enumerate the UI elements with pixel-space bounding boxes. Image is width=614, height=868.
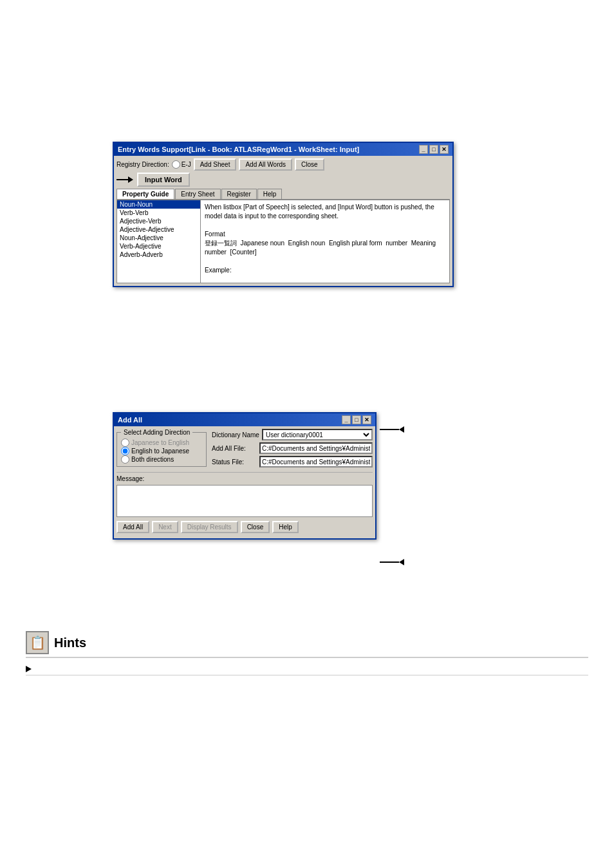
- addall-close-button-bottom[interactable]: Close: [241, 521, 270, 533]
- content-area: Noun-Noun Verb-Verb Adjective-Verb Adjec…: [116, 200, 450, 283]
- addall-maximize-btn[interactable]: □: [352, 415, 361, 424]
- arrow-annotation-1: [380, 426, 404, 433]
- guide-format-label: Format: [205, 230, 445, 239]
- listbox-item-adj-verb[interactable]: Adjective-Verb: [117, 217, 200, 225]
- addall-close-btn[interactable]: ✕: [362, 415, 371, 424]
- guide-example-label: Example:: [205, 266, 445, 275]
- add-all-dialog: Add All _ □ ✕ Select Adding Direction Ja…: [113, 412, 377, 540]
- tabs-row: Property Guide Entry Sheet Register Help: [116, 189, 450, 200]
- listbox-item-noun-noun[interactable]: Noun-Noun: [117, 200, 200, 209]
- input-word-button[interactable]: Input Word: [137, 173, 190, 187]
- hints-icon: 📋: [26, 631, 49, 654]
- add-sheet-button[interactable]: Add Sheet: [194, 158, 237, 171]
- listbox-item-adj-adj[interactable]: Adjective-Adjective: [117, 225, 200, 234]
- radio-both-label[interactable]: Both directions: [121, 455, 202, 464]
- hints-bottom-rule: [26, 675, 588, 675]
- dialog-buttons-row: Add All Next Display Results Close Help: [116, 520, 373, 536]
- form-fields: Dictionary Name User dictionary0001 Add …: [212, 429, 373, 469]
- help-button[interactable]: Help: [272, 521, 299, 533]
- entry-dialog-title: Entry Words Support[Link - Book: ATLASRe…: [118, 146, 359, 153]
- guide-para-1: When listbox [Part of Speech] is selecte…: [205, 203, 445, 221]
- listbox-item-noun-adj[interactable]: Noun-Adjective: [117, 234, 200, 242]
- toolbar-close-button[interactable]: Close: [295, 158, 324, 171]
- close-btn[interactable]: ✕: [440, 145, 449, 154]
- add-file-label: Add All File:: [212, 445, 257, 452]
- status-file-row: Status File:: [212, 456, 373, 467]
- entry-words-dialog: Entry Words Support[Link - Book: ATLASRe…: [113, 142, 454, 287]
- hints-section: 📋 Hints: [26, 631, 588, 675]
- display-results-button: Display Results: [181, 521, 238, 533]
- tab-help[interactable]: Help: [257, 189, 283, 199]
- radio-etoj-label[interactable]: English to Japanese: [121, 447, 202, 455]
- hints-title: Hints: [54, 636, 86, 650]
- status-file-input[interactable]: [259, 456, 373, 467]
- entry-dialog-body: Registry Direction: E-J Add Sheet Add Al…: [114, 156, 452, 286]
- message-label: Message:: [116, 475, 373, 482]
- radio-jtoe-input[interactable]: [121, 439, 129, 447]
- addall-dialog-body: Select Adding Direction Japanese to Engl…: [114, 426, 375, 538]
- message-content-box: [116, 485, 373, 517]
- add-all-button[interactable]: Add All: [116, 521, 149, 533]
- radio-ej-input[interactable]: [172, 160, 180, 169]
- dict-name-row: Dictionary Name User dictionary0001: [212, 429, 373, 440]
- separator-line: [116, 472, 373, 473]
- arrow-annotation-2: [380, 559, 404, 565]
- listbox-item-verb-adj[interactable]: Verb-Adjective: [117, 242, 200, 250]
- hints-bullet: [26, 662, 588, 672]
- tab-register[interactable]: Register: [221, 189, 257, 199]
- registry-label: Registry Direction:: [116, 161, 169, 168]
- toolbar-row: Registry Direction: E-J Add Sheet Add Al…: [116, 158, 450, 171]
- dict-name-select[interactable]: User dictionary0001: [262, 429, 373, 440]
- radio-jtoe-label[interactable]: Japanese to English: [121, 439, 202, 447]
- direction-fieldset: Select Adding Direction Japanese to Engl…: [116, 429, 207, 467]
- tab-property-guide[interactable]: Property Guide: [116, 189, 174, 199]
- add-file-row: Add All File:: [212, 442, 373, 454]
- addall-dialog-titlebar: Add All _ □ ✕: [114, 413, 375, 426]
- addall-dialog-title: Add All: [118, 416, 142, 424]
- tab-entry-sheet[interactable]: Entry Sheet: [175, 189, 220, 199]
- status-file-label: Status File:: [212, 458, 257, 466]
- radio-ej-label[interactable]: E-J: [172, 160, 191, 169]
- property-guide-content: When listbox [Part of Speech] is selecte…: [201, 200, 449, 283]
- addall-minimize-btn[interactable]: _: [342, 415, 351, 424]
- maximize-btn[interactable]: □: [429, 145, 438, 154]
- listbox-item-verb-verb[interactable]: Verb-Verb: [117, 209, 200, 217]
- dict-name-label: Dictionary Name: [212, 431, 259, 439]
- entry-dialog-titlebar: Entry Words Support[Link - Book: ATLASRe…: [114, 143, 452, 156]
- direction-legend: Select Adding Direction: [121, 429, 192, 436]
- titlebar-controls: _ □ ✕: [419, 145, 449, 154]
- add-all-words-button[interactable]: Add All Words: [239, 158, 292, 171]
- radio-both-input[interactable]: [121, 455, 129, 464]
- bullet-triangle-icon: [26, 666, 32, 672]
- guide-format-value: 登録一覧詞 Japanese noun English noun English…: [205, 239, 445, 257]
- radio-etoj-input[interactable]: [121, 447, 129, 455]
- add-file-input[interactable]: [259, 442, 373, 454]
- hints-header: 📋 Hints: [26, 631, 588, 658]
- addall-titlebar-controls: _ □ ✕: [342, 415, 371, 424]
- minimize-btn[interactable]: _: [419, 145, 428, 154]
- input-word-arrow: [116, 176, 133, 183]
- radio-group-direction: E-J: [172, 160, 191, 169]
- next-button: Next: [152, 521, 178, 533]
- pos-listbox[interactable]: Noun-Noun Verb-Verb Adjective-Verb Adjec…: [117, 200, 201, 283]
- listbox-item-adverb-adverb[interactable]: Adverb-Adverb: [117, 250, 200, 259]
